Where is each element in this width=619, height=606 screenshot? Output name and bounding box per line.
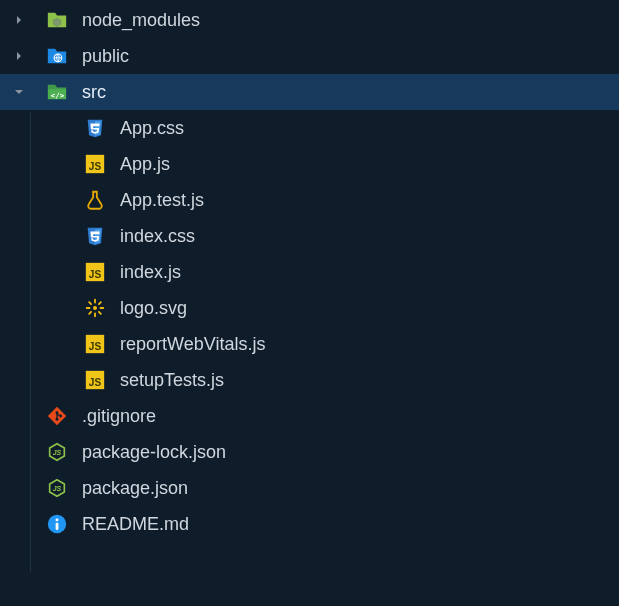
file-row[interactable]: JSreportWebVitals.js (0, 326, 619, 362)
svg-rect-13 (88, 301, 93, 306)
tree-item-label: index.js (120, 262, 181, 283)
tree-item-label: index.css (120, 226, 195, 247)
tree-item-label: reportWebVitals.js (120, 334, 265, 355)
svg-text:JS: JS (89, 161, 102, 172)
nodejs-icon: JS (44, 475, 70, 501)
svg-rect-11 (98, 301, 103, 306)
folder-row[interactable]: node_modules (0, 2, 619, 38)
file-row[interactable]: logo.svg (0, 290, 619, 326)
tree-item-label: App.css (120, 118, 184, 139)
svg-text:</>: </> (51, 91, 65, 100)
svg-text:JS: JS (53, 449, 62, 456)
tree-item-label: App.js (120, 154, 170, 175)
file-row[interactable]: JSindex.js (0, 254, 619, 290)
file-row[interactable]: App.css (0, 110, 619, 146)
folder-node-icon (44, 7, 70, 33)
tree-item-label: package.json (82, 478, 188, 499)
chevron-right-icon[interactable] (8, 48, 30, 64)
tree-item-label: package-lock.json (82, 442, 226, 463)
tree-item-label: setupTests.js (120, 370, 224, 391)
svg-rect-8 (94, 313, 96, 318)
svg-rect-14 (98, 311, 103, 316)
folder-public-icon (44, 43, 70, 69)
nodejs-icon: JS (44, 439, 70, 465)
css-icon (82, 223, 108, 249)
js-icon: JS (82, 259, 108, 285)
svg-text:JS: JS (89, 341, 102, 352)
folder-row[interactable]: </>src (0, 74, 619, 110)
indent-guideline (30, 112, 31, 572)
file-row[interactable]: index.css (0, 218, 619, 254)
file-row[interactable]: JSsetupTests.js (0, 362, 619, 398)
svg-text:JS: JS (53, 485, 62, 492)
js-icon: JS (82, 331, 108, 357)
file-row[interactable]: JSpackage-lock.json (0, 434, 619, 470)
tree-item-label: src (82, 82, 106, 103)
css-icon (82, 115, 108, 141)
file-row[interactable]: App.test.js (0, 182, 619, 218)
tree-item-label: public (82, 46, 129, 67)
svg-point-6 (93, 306, 97, 310)
chevron-right-icon[interactable] (8, 12, 30, 28)
svg-rect-10 (100, 307, 105, 309)
folder-src-icon: </> (44, 79, 70, 105)
info-icon (44, 511, 70, 537)
tree-item-label: README.md (82, 514, 189, 535)
tree-item-label: node_modules (82, 10, 200, 31)
svg-rect-9 (86, 307, 91, 309)
file-row[interactable]: JSpackage.json (0, 470, 619, 506)
tree-item-label: logo.svg (120, 298, 187, 319)
svg-text:JS: JS (89, 377, 102, 388)
svg-point-25 (56, 518, 59, 521)
tree-item-label: App.test.js (120, 190, 204, 211)
git-icon (44, 403, 70, 429)
tree-item-label: .gitignore (82, 406, 156, 427)
svg-rect-26 (56, 523, 59, 530)
file-row[interactable]: README.md (0, 506, 619, 542)
svg-icon (82, 295, 108, 321)
test-icon (82, 187, 108, 213)
svg-text:JS: JS (89, 269, 102, 280)
svg-rect-12 (88, 311, 93, 316)
folder-row[interactable]: public (0, 38, 619, 74)
file-tree: node_modulespublic</>srcApp.cssJSApp.jsA… (0, 0, 619, 542)
js-icon: JS (82, 367, 108, 393)
file-row[interactable]: .gitignore (0, 398, 619, 434)
svg-rect-7 (94, 299, 96, 304)
chevron-down-icon[interactable] (8, 84, 30, 100)
js-icon: JS (82, 151, 108, 177)
file-row[interactable]: JSApp.js (0, 146, 619, 182)
